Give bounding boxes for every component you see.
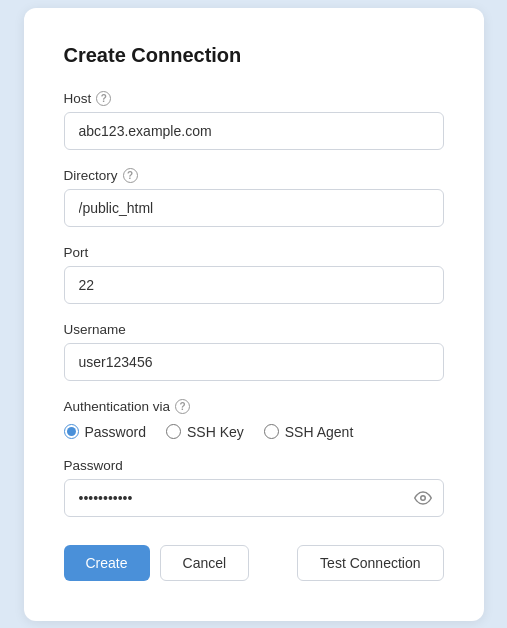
username-group: Username [64,322,444,381]
host-label: Host ? [64,91,444,106]
host-group: Host ? [64,91,444,150]
actions-bar: Create Cancel Test Connection [64,545,444,581]
eye-icon [414,489,432,507]
host-input[interactable] [64,112,444,150]
test-connection-button[interactable]: Test Connection [297,545,443,581]
radio-sshagent[interactable] [264,424,279,439]
directory-input[interactable] [64,189,444,227]
directory-label: Directory ? [64,168,444,183]
radio-group: Password SSH Key SSH Agent [64,424,444,440]
radio-sshkey-option[interactable]: SSH Key [166,424,244,440]
directory-group: Directory ? [64,168,444,227]
port-input[interactable] [64,266,444,304]
radio-password-option[interactable]: Password [64,424,146,440]
username-label: Username [64,322,444,337]
page-title: Create Connection [64,44,444,67]
password-wrapper [64,479,444,517]
directory-help-icon[interactable]: ? [123,168,138,183]
radio-password-label: Password [85,424,146,440]
password-label: Password [64,458,444,473]
radio-sshagent-label: SSH Agent [285,424,354,440]
port-group: Port [64,245,444,304]
auth-help-icon[interactable]: ? [175,399,190,414]
create-button[interactable]: Create [64,545,150,581]
radio-sshagent-option[interactable]: SSH Agent [264,424,354,440]
radio-sshkey[interactable] [166,424,181,439]
port-label: Port [64,245,444,260]
radio-sshkey-label: SSH Key [187,424,244,440]
cancel-button[interactable]: Cancel [160,545,250,581]
host-help-icon[interactable]: ? [96,91,111,106]
password-input[interactable] [64,479,444,517]
password-group: Password [64,458,444,517]
toggle-password-visibility-button[interactable] [414,489,432,507]
username-input[interactable] [64,343,444,381]
radio-password[interactable] [64,424,79,439]
svg-point-0 [420,495,425,500]
auth-via-group: Authentication via ? Password SSH Key SS… [64,399,444,440]
create-connection-card: Create Connection Host ? Directory ? Por… [24,8,484,621]
auth-via-label: Authentication via ? [64,399,444,414]
